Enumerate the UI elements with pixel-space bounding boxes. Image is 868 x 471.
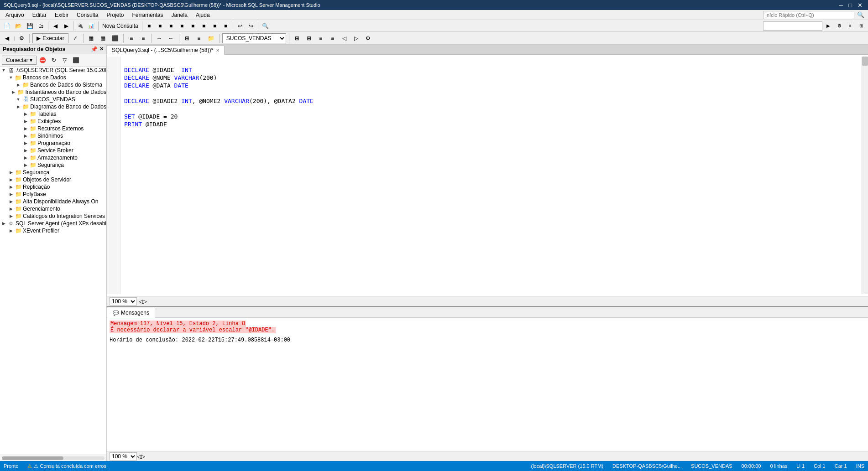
alta-disp-expand[interactable]: ▶	[7, 199, 15, 204]
undo-btn[interactable]: ↩	[235, 21, 245, 31]
parse-btn[interactable]: ▦	[86, 33, 96, 43]
tb2-a[interactable]: ◀	[2, 33, 12, 43]
oe-stop-btn[interactable]: ⬛	[71, 55, 81, 65]
oe-pin-icon[interactable]: 📌	[91, 46, 98, 52]
results-zoom-select[interactable]: 100 %	[110, 452, 137, 461]
search5-btn[interactable]: ⊞	[856, 21, 866, 31]
service-broker-expand[interactable]: ▶	[22, 148, 29, 153]
new-conn-btn[interactable]: 🔌	[75, 21, 85, 31]
new-query-btn[interactable]: 📄	[2, 21, 12, 31]
oe-filter-btn[interactable]: ▽	[60, 55, 70, 65]
server-expand-icon[interactable]: ▼	[0, 68, 7, 72]
code-editor[interactable]: DECLARE @IDADE INT DECLARE @NOME VARCHAR…	[120, 57, 862, 294]
seguranca-expand[interactable]: ▶	[7, 170, 15, 175]
menu-projeto[interactable]: Projeto	[103, 11, 127, 19]
tree-seguranca-db[interactable]: ▶ 📁 Segurança	[0, 161, 106, 169]
editor-zoom-select[interactable]: 100 %	[110, 297, 137, 305]
unindent-btn[interactable]: ←	[166, 33, 176, 43]
armazenamento-expand[interactable]: ▶	[22, 155, 29, 160]
tree-armazenamento[interactable]: ▶ 📁 Armazenamento	[0, 154, 106, 161]
menu-editar[interactable]: Editar	[29, 11, 50, 19]
messages-tab[interactable]: 💬 Mensagens	[107, 308, 155, 318]
tree-recursos[interactable]: ▶ 📁 Recursos Externos	[0, 125, 106, 132]
uncomment-btn[interactable]: ≡	[138, 33, 148, 43]
tb2-more3[interactable]: ≡	[316, 33, 326, 43]
tree-seguranca[interactable]: ▶ 📁 Segurança	[0, 169, 106, 176]
tb-btn-f[interactable]: ■	[199, 21, 209, 31]
tree-replicacao[interactable]: ▶ 📁 Replicação	[0, 183, 106, 191]
tb2-more4[interactable]: ≡	[328, 33, 338, 43]
sucos-vendas-expand[interactable]: ▼	[15, 97, 22, 102]
tb-btn-g[interactable]: ■	[210, 21, 220, 31]
replicacao-expand[interactable]: ▶	[7, 185, 15, 189]
tree-exibicoes[interactable]: ▶ 📁 Exibições	[0, 118, 106, 125]
tree-service-broker[interactable]: ▶ 📁 Service Broker	[0, 147, 106, 154]
menu-ferramentas[interactable]: Ferramentas	[128, 11, 167, 19]
quick-search-input[interactable]	[763, 11, 854, 19]
snapshots-expand[interactable]: ▶	[10, 90, 17, 94]
database-selector[interactable]: SUCOS_VENDAS	[222, 33, 286, 43]
tree-bancos-dados[interactable]: ▼ 📁 Bancos de Dados	[0, 74, 106, 81]
sql-agent-expand[interactable]: ▶	[0, 221, 7, 226]
tb2-more5[interactable]: ◁	[340, 33, 350, 43]
tb-btn-h[interactable]: ■	[221, 21, 231, 31]
menu-arquivo[interactable]: Arquivo	[2, 11, 28, 19]
tree-xevent[interactable]: ▶ 📁 XEvent Profiler	[0, 227, 106, 234]
tree-alta-disp[interactable]: ▶ 📁 Alta Disponibilidade Always On	[0, 198, 106, 205]
polybase-expand[interactable]: ▶	[7, 192, 15, 197]
tree-integration-services[interactable]: ▶ 📁 Catálogos do Integration Services	[0, 212, 106, 220]
back-btn[interactable]: ◀	[50, 21, 60, 31]
oe-horizontal-scrollbar[interactable]	[0, 455, 106, 461]
search2-btn[interactable]: ▶	[823, 21, 833, 31]
check-btn[interactable]: ✓	[70, 33, 80, 43]
redo-btn[interactable]: ↪	[246, 21, 256, 31]
system-dbs-expand[interactable]: ▶	[15, 83, 22, 87]
tree-programacao[interactable]: ▶ 📁 Programação	[0, 140, 106, 147]
maximize-button[interactable]: □	[847, 2, 854, 9]
programacao-expand[interactable]: ▶	[22, 141, 29, 145]
close-button[interactable]: ✕	[856, 2, 864, 9]
search2-input[interactable]	[763, 21, 822, 31]
results-file-btn[interactable]: 📁	[206, 33, 216, 43]
tb2-more1[interactable]: ⊞	[292, 33, 302, 43]
minimize-button[interactable]: ─	[837, 2, 845, 9]
tree-sinonimos[interactable]: ▶ 📁 Sinônimos	[0, 132, 106, 140]
menu-consulta[interactable]: Consulta	[73, 11, 102, 19]
menu-ajuda[interactable]: Ajuda	[192, 11, 214, 19]
xevent-expand[interactable]: ▶	[7, 228, 15, 233]
oe-disconnect-btn[interactable]: ⛔	[37, 55, 48, 65]
seguranca-db-expand[interactable]: ▶	[22, 163, 29, 167]
editor-scroll[interactable]: DECLARE @IDADE INT DECLARE @NOME VARCHAR…	[107, 55, 868, 296]
search-button[interactable]: 🔍	[855, 10, 866, 20]
sinonimos-expand[interactable]: ▶	[22, 134, 29, 138]
tree-polybase[interactable]: ▶ 📁 PolyBase	[0, 191, 106, 198]
query-tab-close[interactable]: ✕	[216, 48, 220, 53]
tb2-more7[interactable]: ⚙	[363, 33, 373, 43]
search3-btn[interactable]: ⚙	[834, 21, 844, 31]
tree-tabelas[interactable]: ▶ 📁 Tabelas	[0, 110, 106, 118]
save-btn[interactable]: 💾	[25, 21, 35, 31]
tree-sql-agent[interactable]: ▶ ⚙ SQL Server Agent (Agent XPs desabili…	[0, 220, 106, 227]
tb2-b[interactable]: ⚙	[16, 33, 26, 43]
stop-btn[interactable]: ⬛	[110, 33, 120, 43]
activity-monitor-btn[interactable]: 📊	[86, 21, 96, 31]
connect-button[interactable]: Conectar ▾	[2, 56, 37, 65]
server-objects-expand[interactable]: ▶	[7, 177, 15, 182]
tb-btn-b[interactable]: ■	[155, 21, 165, 31]
find-btn[interactable]: 🔍	[260, 21, 271, 31]
exibicoes-expand[interactable]: ▶	[22, 119, 29, 124]
tabelas-expand[interactable]: ▶	[22, 112, 29, 116]
comment-btn[interactable]: ≡	[126, 33, 136, 43]
menu-janela[interactable]: Janela	[168, 11, 191, 19]
tb-btn-c[interactable]: ■	[166, 21, 176, 31]
tree-server[interactable]: ▼ 🖥 .\\SQLSERVER (SQL Server 15.0.2000.5…	[0, 67, 106, 74]
debug-btn[interactable]: ▦	[98, 33, 108, 43]
tree-system-dbs[interactable]: ▶ 📁 Bancos de Dados do Sistema	[0, 81, 106, 88]
tb-btn-a[interactable]: ■	[144, 21, 154, 31]
tree-diagramas[interactable]: ▶ 📁 Diagramas de Banco de Dados	[0, 103, 106, 110]
tree-snapshots[interactable]: ▶ 📁 Instantâneos do Banco de Dados	[0, 88, 106, 96]
tb-btn-e[interactable]: ■	[188, 21, 198, 31]
tb2-more2[interactable]: ⊞	[304, 33, 314, 43]
integration-services-expand[interactable]: ▶	[7, 214, 15, 218]
tb-btn-d[interactable]: ■	[177, 21, 187, 31]
